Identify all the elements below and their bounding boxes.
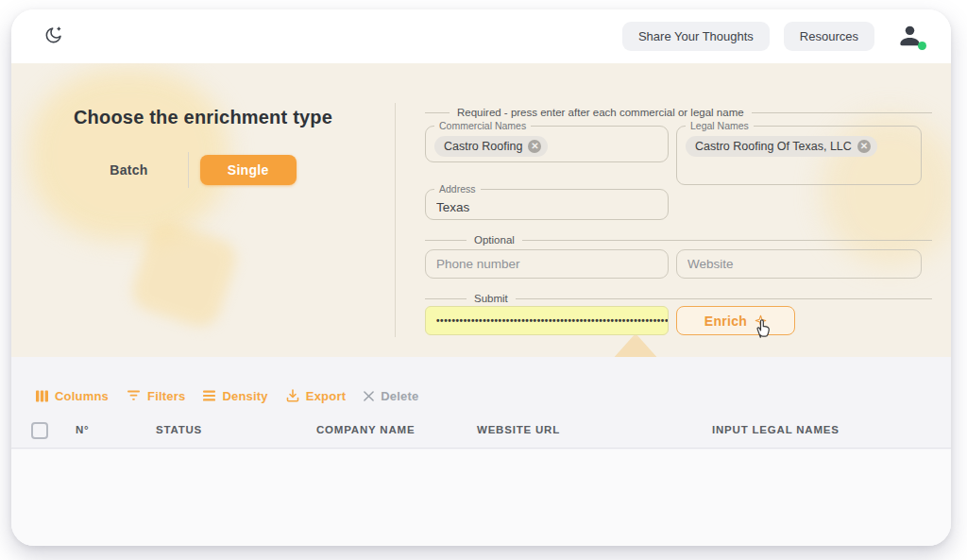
column-header-input-legal-names[interactable]: INPUT LEGAL NAMES	[712, 424, 840, 435]
table-toolbar: Columns Filters Density	[36, 382, 418, 410]
commercial-names-label: Commercial Names	[434, 120, 531, 131]
single-enrichment-form: Required - press enter after each commer…	[425, 63, 932, 357]
results-table: Columns Filters Density	[11, 357, 951, 546]
x-icon	[364, 391, 374, 401]
moon-icon	[43, 25, 64, 48]
phone-number-input[interactable]	[425, 249, 669, 279]
masked-api-key-field[interactable]: ••••••••••••••••••••••••••••••••••••••••…	[425, 306, 669, 335]
table-header-row: N° STATUS COMPANY NAME WEBSITE URL INPUT…	[11, 416, 951, 449]
download-icon	[286, 389, 299, 402]
app-window: Share Your Thoughts Resources Choose the…	[11, 9, 951, 546]
topbar-actions: Share Your Thoughts Resources	[622, 22, 925, 51]
website-input[interactable]	[676, 249, 922, 279]
legal-names-label: Legal Names	[686, 120, 754, 131]
page-title: Choose the enrichment type	[11, 107, 395, 128]
enrichment-type-chooser: Choose the enrichment type Batch Single	[11, 63, 395, 357]
single-tab[interactable]: Single	[200, 155, 297, 185]
submit-section-divider: Submit	[425, 293, 932, 304]
chip-remove-icon[interactable]: ✕	[857, 140, 871, 153]
enrich-button-label: Enrich	[704, 314, 747, 329]
legal-names-field[interactable]: Legal Names Castro Roofing Of Texas, LLC…	[676, 126, 922, 185]
sparkle-icon	[755, 314, 767, 327]
share-thoughts-button[interactable]: Share Your Thoughts	[622, 22, 770, 51]
required-legend: Required - press enter after each commer…	[457, 107, 744, 118]
filters-button[interactable]: Filters	[127, 389, 185, 403]
toggle-divider	[188, 152, 189, 188]
column-header-number[interactable]: N°	[76, 424, 90, 435]
address-field: Address	[425, 189, 669, 220]
legal-name-chip: Castro Roofing Of Texas, LLC ✕	[686, 136, 877, 157]
delete-button[interactable]: Delete	[364, 389, 418, 403]
top-bar: Share Your Thoughts Resources	[11, 9, 951, 63]
optional-legend: Optional	[474, 234, 515, 246]
dark-mode-toggle[interactable]	[43, 25, 64, 48]
filter-icon	[127, 390, 141, 401]
enrichment-type-toggle: Batch Single	[11, 152, 395, 188]
address-label: Address	[434, 183, 481, 195]
columns-icon	[36, 390, 48, 402]
column-header-company-name[interactable]: COMPANY NAME	[316, 424, 415, 435]
resources-button[interactable]: Resources	[784, 22, 874, 51]
enrich-button[interactable]: Enrich	[676, 306, 795, 335]
section-divider	[395, 103, 396, 337]
account-menu[interactable]	[896, 23, 925, 51]
table-body-empty	[11, 450, 951, 546]
online-status-dot	[918, 42, 926, 50]
enrichment-panel: Choose the enrichment type Batch Single …	[11, 63, 951, 357]
chip-label: Castro Roofing Of Texas, LLC	[695, 140, 852, 153]
export-button[interactable]: Export	[286, 389, 346, 403]
commercial-names-field[interactable]: Commercial Names Castro Roofing ✕	[425, 126, 669, 162]
columns-button[interactable]: Columns	[36, 389, 109, 403]
density-button[interactable]: Density	[203, 389, 267, 403]
chip-label: Castro Roofing	[444, 140, 522, 153]
density-icon	[203, 390, 215, 401]
chip-remove-icon[interactable]: ✕	[528, 140, 541, 153]
commercial-name-chip: Castro Roofing ✕	[434, 136, 548, 157]
submit-legend: Submit	[474, 293, 508, 304]
column-header-website-url[interactable]: WEBSITE URL	[477, 424, 560, 435]
batch-tab[interactable]: Batch	[110, 162, 147, 178]
column-header-status[interactable]: STATUS	[156, 424, 202, 435]
required-section-divider: Required - press enter after each commer…	[425, 107, 932, 118]
select-all-checkbox[interactable]	[31, 422, 48, 439]
optional-section-divider: Optional	[425, 234, 932, 246]
